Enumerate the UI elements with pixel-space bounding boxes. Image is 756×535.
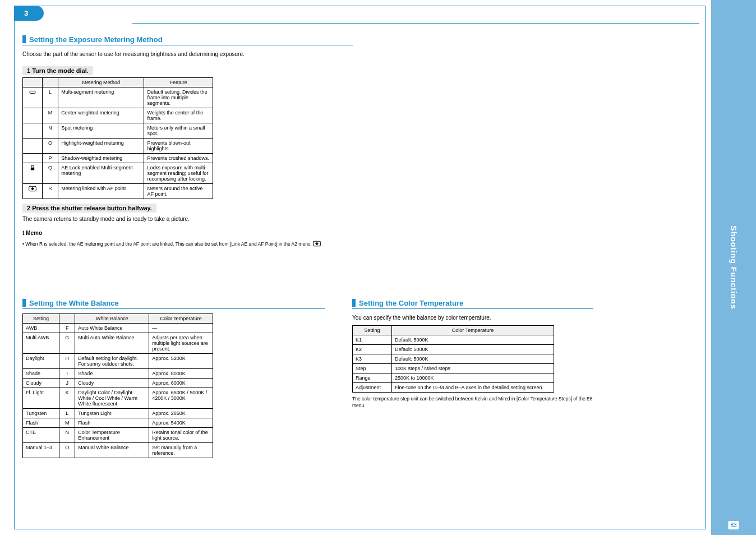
cell-wb: Tungsten Light	[75, 409, 149, 418]
cell-setting: K1	[353, 335, 392, 345]
table-row: RMetering linked with AF pointMeters aro…	[23, 184, 213, 199]
cell-ct: —	[149, 324, 213, 333]
cell-ct: Approx. 6000K	[149, 379, 213, 388]
memo-body: • When R is selected, the AE metering po…	[22, 241, 353, 248]
cell-wb: Shade	[75, 369, 149, 379]
side-tab: Shooting Functions 83	[711, 0, 756, 535]
cell-method: Metering linked with AF point	[58, 184, 144, 199]
metering-table: Metering Method Feature LMulti-segment m…	[22, 77, 213, 199]
table-row: AWBFAuto White Balance—	[23, 324, 213, 333]
cell-ct: Default: 5000K	[391, 354, 554, 364]
svg-rect-0	[30, 91, 35, 93]
section-marker-icon	[22, 299, 26, 307]
col-feature: Feature	[144, 78, 213, 87]
col-key	[42, 78, 58, 87]
section-intro: You can specify the white balance by col…	[352, 313, 593, 322]
table-row: FlashMFlashApprox. 5400K	[23, 418, 213, 428]
cell-wb: Daylight Color / Daylight White / Cool W…	[75, 388, 149, 409]
cell-wb: Flash	[75, 418, 149, 428]
cell-method: Center-weighted metering	[58, 108, 144, 123]
table-row: MCenter-weighted meteringWeights the cen…	[23, 108, 213, 123]
metering-icon	[23, 154, 43, 163]
table-row: K1Default: 5000K	[353, 335, 554, 345]
page-frame-inner: 3 Setting the Exposure Metering Method C…	[14, 6, 705, 529]
section-heading: Setting the Exposure Metering Method	[22, 35, 353, 45]
chapter-rule	[132, 23, 699, 24]
cell-ct: Set manually from a reference.	[149, 443, 213, 458]
cell-method: Spot metering	[58, 123, 144, 139]
cell-key: R	[42, 184, 58, 199]
cell-ct: Fine-tune on the G–M and B–A axes in the…	[391, 383, 554, 393]
col-wb: White Balance	[75, 314, 149, 324]
color-temp-table: Setting Color Temperature K1Default: 500…	[352, 325, 554, 393]
col-icon	[23, 78, 43, 87]
cell-wb: Multi Auto White Balance	[75, 333, 149, 354]
cell-key: H	[59, 354, 75, 369]
col-setting: Setting	[23, 314, 59, 324]
cell-ct: Default: 5000K	[391, 345, 554, 354]
table-row: K2Default: 5000K	[353, 345, 554, 354]
cell-key: L	[59, 409, 75, 418]
section-marker-icon	[22, 35, 26, 43]
table-row: Fl. LightKDaylight Color / Daylight Whit…	[23, 388, 213, 409]
cell-setting: Daylight	[23, 354, 59, 369]
cell-wb: Color Temperature Enhancement	[75, 428, 149, 443]
cell-key: K	[59, 388, 75, 409]
table-row: LMulti-segment meteringDefault setting. …	[23, 87, 213, 108]
metering-icon	[23, 139, 43, 154]
table-row: AdjustmentFine-tune on the G–M and B–A a…	[353, 383, 554, 393]
table-row: Multi AWBGMulti Auto White BalanceAdjust…	[23, 333, 213, 354]
table-row: K3Default: 5000K	[353, 354, 554, 364]
cell-setting: Shade	[23, 369, 59, 379]
cell-setting: Flash	[23, 418, 59, 428]
table-row: Step100K steps / Mired steps	[353, 364, 554, 373]
step-2-note: The camera returns to standby mode and i…	[22, 215, 353, 223]
cell-setting: Cloudy	[23, 379, 59, 388]
table-row: DaylightHDefault setting for daylight. F…	[23, 354, 213, 369]
cell-feature: Meters only within a small spot.	[144, 123, 213, 139]
step-heading-1: 1 Turn the mode dial.	[22, 66, 93, 75]
cell-key: N	[42, 123, 58, 139]
page-frame: 3 Setting the Exposure Metering Method C…	[14, 6, 706, 529]
cell-feature: Default setting. Divides the frame into …	[144, 87, 213, 108]
section-white-balance: Setting the White Balance Setting White …	[22, 299, 325, 458]
memo-heading: t Memo	[22, 229, 353, 237]
cell-ct: Approx. 5200K	[149, 354, 213, 369]
cell-method: Shadow-weighted metering	[58, 154, 144, 163]
cell-ct: Approx. 5400K	[149, 418, 213, 428]
cell-feature: Locks exposure with multi-segment readin…	[144, 163, 213, 184]
col-method: Metering Method	[58, 78, 144, 87]
section-heading: Setting the Color Temperature	[352, 299, 593, 309]
table-row: ShadeIShadeApprox. 8000K	[23, 369, 213, 379]
cell-method: AE Lock-enabled Multi-segment metering	[58, 163, 144, 184]
table-row: Manual 1–3OManual White BalanceSet manua…	[23, 443, 213, 458]
cell-setting: Manual 1–3	[23, 443, 59, 458]
metering-icon	[23, 108, 43, 123]
cell-wb: Auto White Balance	[75, 324, 149, 333]
metering-icon	[23, 163, 43, 184]
col-ct: Color Temperature	[149, 314, 213, 324]
table-row: TungstenLTungsten LightApprox. 2850K	[23, 409, 213, 418]
section-color-temp: Setting the Color Temperature You can sp…	[352, 299, 593, 409]
col-key	[59, 314, 75, 324]
color-temp-note: The color temperature step unit can be s…	[352, 396, 593, 409]
cell-wb: Default setting for daylight. For sunny …	[75, 354, 149, 369]
table-row: NSpot meteringMeters only within a small…	[23, 123, 213, 139]
cell-ct: Approx. 8000K	[149, 369, 213, 379]
cell-ct: Approx. 6500K / 5000K / 4200K / 3000K	[149, 388, 213, 409]
cell-ct: Retains tonal color of the light source.	[149, 428, 213, 443]
cell-feature: Weights the center of the frame.	[144, 108, 213, 123]
page-number: 83	[728, 521, 739, 529]
cell-key: Q	[42, 163, 58, 184]
col-setting: Setting	[353, 326, 392, 335]
cell-key: M	[59, 418, 75, 428]
cell-key: M	[42, 108, 58, 123]
cell-wb: Manual White Balance	[75, 443, 149, 458]
section-title: Setting the White Balance	[29, 299, 119, 307]
cell-ct: Default: 5000K	[391, 335, 554, 345]
metering-icon	[23, 123, 43, 139]
table-row: CTENColor Temperature EnhancementRetains…	[23, 428, 213, 443]
cell-feature: Meters around the active AF point.	[144, 184, 213, 199]
cell-key: I	[59, 369, 75, 379]
section-title: Setting the Color Temperature	[359, 299, 463, 307]
